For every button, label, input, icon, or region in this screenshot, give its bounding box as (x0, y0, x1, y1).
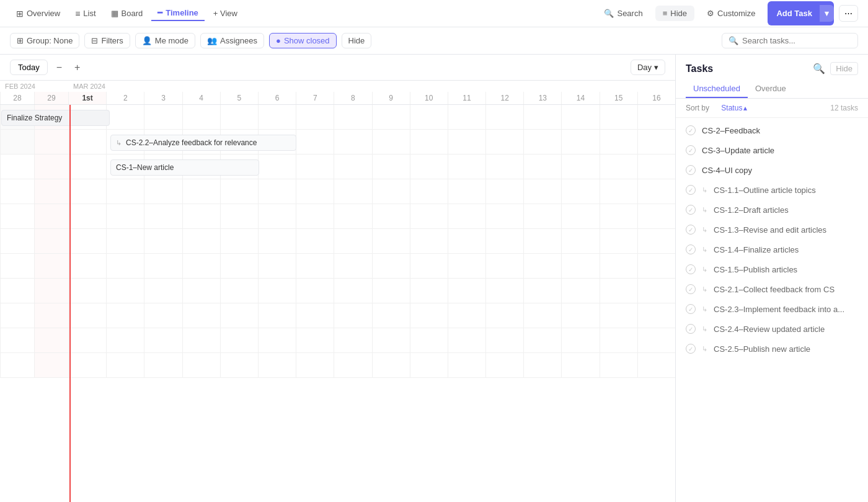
task-checkbox[interactable]: ✓ (686, 205, 696, 215)
grid-cell (334, 229, 371, 253)
show-closed-label: Show closed (284, 36, 330, 45)
grid-cell (410, 179, 448, 204)
task-name: CS-1.2–Draft articles (714, 205, 789, 215)
grid-cell (106, 204, 144, 228)
grid-cell (410, 229, 448, 253)
list-item[interactable]: ✓ ↳ CS-1.5–Publish articles (676, 259, 868, 279)
search-tasks-container[interactable]: 🔍 (722, 33, 858, 48)
me-mode-icon: 👤 (142, 36, 152, 45)
filters-button[interactable]: ⊟ Filters (84, 33, 130, 48)
task-checkbox[interactable]: ✓ (686, 264, 696, 274)
next-button[interactable]: + (71, 61, 84, 74)
subtask-icon: ↳ (702, 206, 707, 214)
task-bar-cs1[interactable]: CS-1–New article (110, 159, 259, 176)
group-button[interactable]: ⊞ Group: None (10, 33, 79, 48)
list-item[interactable]: ✓ ↳ CS-1.4–Finalize articles (676, 240, 868, 259)
task-checkbox[interactable]: ✓ (686, 145, 696, 155)
hide-button[interactable]: ≡ Hide (655, 6, 694, 21)
add-task-label: Add Task (776, 9, 812, 18)
tasks-search-icon[interactable]: 🔍 (813, 63, 825, 74)
task-name: CS-2.4–Review updated article (714, 325, 825, 334)
grid-cell (220, 254, 258, 278)
grid-cell (448, 155, 485, 179)
more-button[interactable]: ⋯ (839, 5, 858, 22)
nav-add-view[interactable]: + View (207, 6, 244, 20)
tab-unscheduled[interactable]: Unscheduled (686, 80, 748, 98)
date-16: 16 (637, 92, 675, 104)
date-10: 10 (410, 92, 448, 104)
grid-cell (448, 303, 485, 328)
grid-cell (372, 179, 410, 204)
add-task-button[interactable]: Add Task ▾ (768, 1, 834, 25)
grid-cell (334, 254, 371, 278)
search-button[interactable]: 🔍 Search (596, 6, 650, 21)
mar-label: MAR 2024 (68, 81, 675, 92)
gear-icon: ⚙ (707, 9, 714, 18)
list-item[interactable]: ✓ CS-3–Update article (676, 140, 868, 160)
grid-cell (144, 254, 182, 278)
list-item[interactable]: ✓ ↳ CS-1.2–Draft articles (676, 200, 868, 220)
list-item[interactable]: ✓ CS-4–UI copy (676, 160, 868, 180)
task-checkbox[interactable]: ✓ (686, 165, 696, 175)
prev-button[interactable]: − (53, 61, 66, 74)
today-button[interactable]: Today (10, 60, 48, 75)
grid-cell (523, 130, 561, 154)
grid-cell (296, 353, 334, 377)
task-checkbox[interactable]: ✓ (686, 125, 696, 135)
grid-cell (600, 279, 637, 303)
grid-row-3 (0, 155, 675, 179)
list-item[interactable]: ✓ CS-2–Feedback (676, 120, 868, 140)
list-item[interactable]: ✓ ↳ CS-2.4–Review updated article (676, 319, 868, 339)
list-item[interactable]: ✓ ↳ CS-2.5–Publish new article (676, 339, 868, 359)
grid-cell (372, 105, 410, 129)
day-selector[interactable]: Day ▾ (631, 60, 665, 75)
list-item[interactable]: ✓ ↳ CS-2.3–Implement feedback into a... (676, 299, 868, 319)
list-item[interactable]: ✓ ↳ CS-2.1–Collect feedback from CS (676, 279, 868, 299)
search-tasks-input[interactable] (742, 36, 851, 45)
list-item[interactable]: ✓ ↳ CS-1.1–Outline article topics (676, 180, 868, 200)
task-checkbox[interactable]: ✓ (686, 185, 696, 195)
list-item[interactable]: ✓ ↳ CS-1.3–Revise and edit articles (676, 220, 868, 240)
group-label: Group: None (27, 36, 73, 45)
task-name: CS-4–UI copy (702, 166, 752, 175)
show-closed-button[interactable]: ● Show closed (269, 33, 337, 48)
timeline-grid: Finalize Strategy ↳ CS-2.2–Analyze feedb… (0, 105, 675, 502)
assignees-button[interactable]: 👥 Assignees (200, 33, 264, 48)
nav-list-label: List (83, 9, 95, 18)
grid-cell (0, 303, 34, 328)
grid-cell (561, 105, 599, 129)
filters-label: Filters (101, 36, 123, 45)
me-mode-button[interactable]: 👤 Me mode (135, 33, 195, 48)
today-line (69, 105, 71, 502)
task-checkbox[interactable]: ✓ (686, 284, 696, 294)
task-bar-cs22[interactable]: ↳ CS-2.2–Analyze feedback for relevance (110, 135, 296, 151)
grid-cell (372, 279, 410, 303)
tab-overdue[interactable]: Overdue (748, 80, 794, 98)
grid-cell (523, 105, 561, 129)
task-checkbox[interactable]: ✓ (686, 304, 696, 314)
grid-cell (334, 105, 371, 129)
task-checkbox[interactable]: ✓ (686, 244, 696, 254)
grid-cell (34, 303, 68, 328)
nav-list[interactable]: ≡ List (69, 6, 102, 21)
check-icon: ✓ (688, 346, 693, 352)
nav-overview[interactable]: ⊞ Overview (10, 6, 66, 21)
sort-value[interactable]: Status ▴ (721, 104, 747, 112)
task-checkbox[interactable]: ✓ (686, 344, 696, 354)
task-checkbox[interactable]: ✓ (686, 324, 696, 334)
nav-board[interactable]: ▦ Board (105, 6, 149, 20)
task-bar-finalize-strategy[interactable]: Finalize Strategy (1, 110, 110, 126)
task-checkbox[interactable]: ✓ (686, 225, 696, 235)
timeline-area: Today − + Day ▾ FEB 2024 28 29 MAR 2024 (0, 55, 676, 502)
add-task-caret[interactable]: ▾ (820, 5, 834, 22)
date-15: 15 (600, 92, 637, 104)
grid-cell (68, 303, 106, 328)
grid-cell (485, 105, 523, 129)
nav-timeline[interactable]: ━ Timeline (151, 6, 205, 21)
grid-cell (372, 229, 410, 253)
grid-row-10 (0, 328, 675, 353)
hide-toolbar-button[interactable]: Hide (342, 33, 372, 48)
customize-button[interactable]: ⚙ Customize (699, 6, 763, 21)
tasks-hide-button[interactable]: Hide (830, 62, 858, 75)
grid-cell (258, 279, 296, 303)
